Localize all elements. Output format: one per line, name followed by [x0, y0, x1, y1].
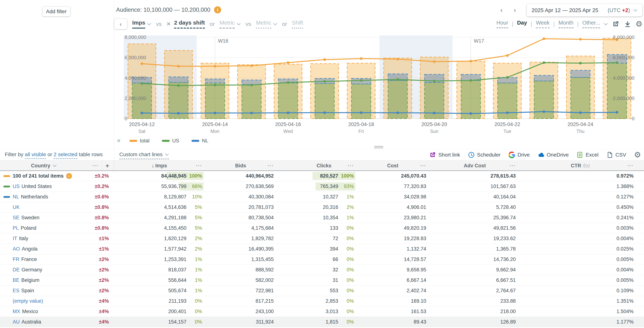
cost-cell: 49,820.19 — [357, 223, 432, 233]
table-row[interactable]: SE Sweden ±0.8% 4,291,1885% 80,738,504 1… — [0, 213, 644, 223]
chart-canvas[interactable]: W16W17002,000,0002,000,0004,000,0004,000… — [114, 31, 644, 142]
country-code-link[interactable]: DE — [13, 267, 20, 273]
date-next-button[interactable]: › — [514, 7, 516, 13]
date-prev-button[interactable]: ‹ — [500, 7, 502, 13]
table-row[interactable]: BE Belgium ±2% 556,6441% 582,002 310% 6,… — [0, 275, 644, 286]
selected-rows-link[interactable]: 2 selected — [54, 152, 78, 159]
table-row[interactable]: (empty value) ±4% 211,1930% 817,215 2,85… — [0, 296, 644, 306]
granularity-other[interactable]: Other... — [582, 20, 600, 28]
metric2-selector[interactable]: Metric — [220, 19, 241, 29]
column-menu-icon[interactable]: ··· — [196, 163, 202, 169]
column-menu-icon[interactable]: ··· — [348, 163, 354, 169]
metric3-selector[interactable]: Metric — [256, 19, 277, 29]
country-code-link[interactable]: MX — [13, 309, 20, 315]
granularity-month[interactable]: Month — [558, 20, 574, 28]
bids-cell: 1,829,782 — [205, 233, 292, 244]
table-row[interactable]: AO Angola ±1% 1,577,9422% 16,490,395 394… — [0, 244, 644, 254]
adv-cost-cell: 126.89 — [432, 317, 525, 327]
table-settings-gear-icon[interactable]: ⚙ — [634, 151, 641, 159]
column-header-country[interactable]: Country — [0, 161, 88, 171]
cost-cell: 6,667.14 — [357, 275, 432, 285]
column-menu-icon[interactable]: ··· — [628, 163, 634, 169]
adv-cost-cell: 9,662.94 — [432, 265, 525, 275]
bids-cell: 16,490,395 — [205, 244, 292, 254]
add-column-button[interactable]: + — [106, 162, 109, 169]
country-code-link[interactable]: ES — [13, 288, 20, 294]
chart-legend: ✕ total US NL — [116, 138, 221, 144]
column-header-bids[interactable]: Bids··· — [205, 161, 292, 171]
table-row[interactable]: US United States ±0.2% 55,936,79966% 270… — [0, 181, 644, 192]
column-header-adv-cost[interactable]: Adv Cost··· — [432, 161, 525, 171]
table-row[interactable]: PL Poland ±0.8% 4,155,4505% 4,175,684 13… — [0, 223, 644, 233]
imps-cell: 505,6741% — [114, 286, 205, 296]
legend-item-nl[interactable]: NL — [192, 138, 208, 144]
clicks-cell: 20,3162% — [292, 202, 357, 212]
country-code-link[interactable]: FR — [13, 257, 20, 262]
onedrive-button[interactable]: OneDrive — [538, 152, 569, 158]
column-header-ctr[interactable]: CTRf(x)··· — [525, 161, 644, 171]
column-header-imps[interactable]: ↓Imps··· — [114, 161, 205, 171]
table-row[interactable]: MX Mexico ±4% 200,4010% 243,100 3,0130% … — [0, 306, 644, 317]
column-menu-icon[interactable]: ··· — [268, 163, 274, 169]
column-menu-icon[interactable]: ··· — [510, 163, 516, 169]
resize-handle[interactable] — [374, 145, 383, 149]
info-icon[interactable]: i — [214, 6, 221, 13]
chart-settings-gear-icon[interactable]: ⚙ — [636, 20, 642, 28]
country-code-link[interactable]: BE — [13, 277, 20, 283]
table-row[interactable]: DE Germany ±2% 818,0371% 888,592 320% 9,… — [0, 265, 644, 275]
legend-item-total[interactable]: total — [130, 138, 149, 144]
country-name[interactable]: (empty value) — [13, 298, 43, 304]
scheduler-button[interactable]: Scheduler — [468, 152, 500, 158]
column-menu-icon[interactable]: ··· — [420, 163, 426, 169]
country-code-link[interactable]: NL — [13, 194, 19, 200]
shift2-selector[interactable]: Shift — [292, 19, 303, 29]
ctr-cell: 0.972% — [525, 171, 644, 181]
ctr-cell: 0.127% — [525, 192, 644, 202]
metric-selector[interactable]: Imps — [132, 19, 151, 29]
download-icon[interactable] — [624, 20, 632, 28]
table-row[interactable]: FR France ±2% 1,253,3911% 1,315,455 660%… — [0, 254, 644, 265]
svg-text:0: 0 — [124, 116, 127, 121]
table-row[interactable]: UK ±0.8% 4,514,6365% 20,781,073 20,3162%… — [0, 202, 644, 213]
google-drive-icon — [508, 152, 515, 158]
table-row[interactable]: IT Italy ±1% 1,620,1292% 1,829,782 720% … — [0, 233, 644, 244]
granularity-hour[interactable]: Hour — [496, 20, 508, 28]
table-row[interactable]: NL Netherlands ±0.6% 8,129,80710% 40,300… — [0, 192, 644, 202]
table-row[interactable]: ES Spain ±2% 505,6741% 722,981 5530% 2,4… — [0, 286, 644, 296]
granularity-day[interactable]: Day — [517, 20, 527, 28]
series-swatch — [3, 321, 10, 323]
google-drive-button[interactable]: Drive — [508, 152, 530, 158]
country-code-link[interactable]: SE — [13, 215, 20, 221]
table-row[interactable]: 100 of 241 total items i ±0.2% 84,448,94… — [0, 171, 644, 181]
excel-export-button[interactable]: Excel — [576, 152, 598, 158]
legend-close-icon[interactable]: ✕ — [116, 138, 121, 144]
country-code-link[interactable]: UK — [13, 204, 20, 210]
collapse-panel-button[interactable]: ‹ — [114, 19, 127, 29]
country-cell: NL Netherlands — [0, 192, 88, 202]
remove-shift-icon[interactable]: ✕ — [166, 21, 171, 27]
custom-chart-lines-dropdown[interactable]: Custom chart lines — [119, 152, 169, 159]
country-code-link[interactable]: AU — [13, 319, 20, 325]
country-code-link[interactable]: IT — [13, 236, 17, 241]
open-in-new-icon[interactable] — [612, 20, 620, 28]
ctr-cell: 0.025% — [525, 244, 644, 254]
clicks-cell: 5530% — [292, 286, 357, 296]
country-code-link[interactable]: AO — [13, 246, 20, 252]
short-link-button[interactable]: Short link — [429, 152, 460, 158]
column-menu-icon[interactable]: ··· — [92, 163, 99, 169]
info-icon[interactable]: i — [66, 173, 72, 179]
granularity-week[interactable]: Week — [536, 20, 550, 28]
country-code-link[interactable]: US — [13, 183, 20, 189]
shift-selector[interactable]: ✕2 days shift — [166, 19, 205, 29]
legend-item-us[interactable]: US — [162, 138, 179, 144]
combo-chart-svg: W16W17002,000,0002,000,0004,000,0004,000… — [114, 31, 644, 142]
date-range-picker[interactable]: 2025 Apr 12 — 2025 Apr 25 (UTC +2) — [527, 4, 642, 16]
csv-export-button[interactable]: CSV — [606, 152, 626, 158]
add-filter-button[interactable]: Add filter — [42, 7, 70, 16]
column-header-cost[interactable]: Cost··· — [357, 161, 432, 171]
table-row[interactable]: AU Australia ±4% 154,1570% 311,924 1,815… — [0, 317, 644, 327]
column-header-clicks[interactable]: Clicks··· — [292, 161, 357, 171]
country-code-link[interactable]: PL — [13, 225, 19, 231]
all-visible-link[interactable]: all visible — [25, 152, 46, 159]
onedrive-cloud-icon — [538, 152, 544, 158]
